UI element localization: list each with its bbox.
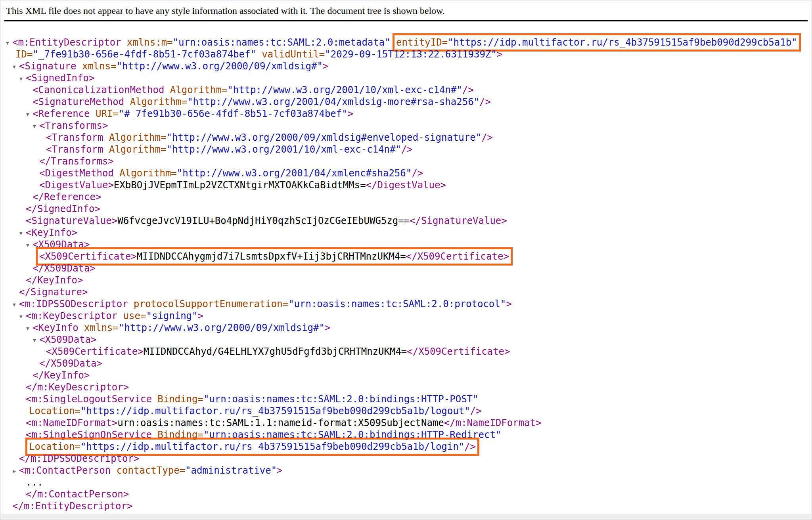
xml-token-tag: > (197, 310, 203, 321)
xml-token-txt: MIIDNDCCAhyd/G4ELHLYX7ghU5dFgfd3bjCRHTMn… (144, 346, 407, 357)
xml-line: </X509Data> (0, 262, 812, 274)
xml-token-att: protocolSupportEnumeration= (134, 298, 288, 310)
xml-token-att: entityID= (396, 37, 448, 48)
xml-token-tag: <Signature (19, 61, 82, 72)
xml-token-tag: </SignedInfo> (26, 203, 100, 214)
collapse-arrow-icon[interactable]: ▼ (33, 335, 39, 346)
xml-line: Location="https://idp.multifactor.ru/rs_… (0, 441, 812, 453)
xml-line: </m:KeyDescriptor> (0, 381, 812, 393)
xml-token-tag: <m:KeyDescriptor (26, 310, 123, 321)
xml-token-tag: <Transforms> (39, 120, 108, 131)
xml-token-val: "urn:oasis:names:tc:SAML:2.0:bindings:HT… (203, 429, 501, 440)
xml-token-val: "signing" (146, 310, 197, 321)
collapse-arrow-icon[interactable]: ▼ (19, 73, 26, 85)
xml-token-tag: <Reference (33, 108, 96, 119)
xml-token-tag: /> (481, 132, 493, 143)
xml-token-tag: </Transforms> (39, 156, 114, 167)
xml-line: <X509Certificate>MIIDNDCCAhygmjd7i7Lsmts… (0, 250, 812, 262)
xml-token-val: "urn:oasis:names:tc:SAML:2.0:protocol" (288, 298, 506, 310)
xml-line: ID="_7fe91b30-656e-4fdf-8b51-7cf03a874be… (0, 48, 812, 60)
collapse-arrow-icon[interactable]: ▼ (19, 228, 26, 239)
xml-token-tag: </X509Data> (39, 358, 102, 369)
collapse-arrow-icon[interactable]: ▼ (26, 323, 33, 335)
xml-token-val: "http://www.w3.org/2001/04/xmldsig-more#… (187, 96, 479, 107)
xml-token-val: "http://www.w3.org/2000/09/xmldsig#" (119, 322, 325, 333)
xml-token-tag: <KeyInfo (33, 322, 84, 333)
xml-line: ▼<Reference URI="#_7fe91b30-656e-4fdf-8b… (0, 108, 812, 120)
highlight-box: entityID="https://idp.multifactor.ru/rs_… (396, 37, 797, 48)
xml-token-att: Location= (29, 441, 80, 452)
xml-token-txt (256, 49, 262, 60)
xml-token-tag: <m:IDPSSODescriptor (19, 298, 134, 310)
xml-token-txt: EXbBOjJVEpmTImLp2VZCTXNtgirMXTOAKkCaBidt… (114, 180, 366, 191)
xml-token-tag: </X509Certificate> (406, 251, 509, 262)
xml-token-tag: /> (462, 84, 474, 96)
expand-arrow-icon[interactable]: ▶ (13, 465, 19, 477)
xml-line: </X509Data> (0, 358, 812, 369)
xml-token-att: Binding= (157, 394, 203, 405)
xml-token-tag: <Transform (46, 132, 109, 143)
xml-token-att: ID= (15, 49, 33, 60)
xml-token-att: xmlns= (82, 61, 117, 72)
xml-token-tag: <X509Data> (33, 239, 90, 250)
bottom-strip (0, 514, 812, 520)
xml-token-tag: <X509Certificate> (39, 251, 137, 262)
xml-line: ▼<Signature xmlns="http://www.w3.org/200… (0, 60, 812, 72)
xml-line: <SignatureMethod Algorithm="http://www.w… (0, 96, 812, 108)
highlight-box: <X509Certificate>MIIDNDCCAhygmjd7i7Lsmts… (39, 251, 509, 262)
xml-token-tag: </m:NameIDFormat> (444, 417, 542, 428)
xml-token-att: Algorithm= (170, 84, 228, 96)
xml-token-tag: <DigestMethod (39, 168, 119, 179)
collapse-arrow-icon[interactable]: ▼ (19, 311, 26, 323)
xml-line: <m:SingleSignOnService Binding="urn:oasi… (0, 429, 812, 441)
xml-token-tag: /> (470, 405, 482, 417)
no-style-info-message: This XML file does not appear to have an… (4, 0, 808, 21)
xml-token-val: "http://www.w3.org/2000/09/xmldsig#" (117, 61, 323, 72)
xml-token-tag: > (497, 49, 502, 60)
xml-viewer-page: This XML file does not appear to have an… (0, 0, 812, 520)
collapse-arrow-icon[interactable]: ▼ (26, 109, 33, 120)
xml-token-txt: W6fvcgeJvcV19ILU+Bo4pNdjHiY0qzhScIjOzCGe… (117, 215, 410, 226)
xml-line: ▼<Transforms> (0, 120, 812, 132)
xml-token-val: "http://www.w3.org/2001/04/xmlenc#sha256… (177, 168, 412, 179)
xml-token-tag: </m:IDPSSODescriptor> (19, 453, 139, 464)
collapse-arrow-icon[interactable]: ▼ (26, 239, 33, 251)
collapse-arrow-icon[interactable]: ▼ (13, 299, 19, 311)
xml-line: </KeyInfo> (0, 274, 812, 286)
xml-token-att: Algorithm= (119, 168, 177, 179)
xml-token-att: use= (123, 310, 146, 321)
xml-tree: ▼<m:EntityDescriptor xmlns:m="urn:oasis:… (0, 21, 812, 512)
xml-token-tag: <X509Certificate> (46, 346, 144, 357)
xml-token-val: "_7fe91b30-656e-4fdf-8b51-7cf03a874bef" (33, 49, 256, 60)
xml-token-att: validUntil= (262, 49, 325, 60)
xml-line: <Transform Algorithm="http://www.w3.org/… (0, 143, 812, 155)
xml-token-att: xmlns= (84, 322, 119, 333)
xml-token-tag: <m:EntityDescriptor (12, 37, 127, 48)
collapse-arrow-icon[interactable]: ▼ (6, 37, 12, 49)
xml-line: ▼<KeyInfo xmlns="http://www.w3.org/2000/… (0, 322, 812, 334)
xml-token-tag: <Transform (46, 144, 109, 155)
xml-token-val: "https://idp.multifactor.ru/rs_4b3759151… (80, 441, 464, 452)
xml-line: <DigestMethod Algorithm="http://www.w3.o… (0, 167, 812, 179)
xml-line: ▼<m:IDPSSODescriptor protocolSupportEnum… (0, 298, 812, 310)
xml-token-tag: > (506, 298, 511, 310)
xml-token-tag: <CanonicalizationMethod (33, 84, 170, 96)
xml-token-txt: urn:oasis:names:tc:SAML:1.1:nameid-forma… (117, 417, 444, 428)
xml-token-val: "urn:oasis:names:tc:SAML:2.0:metadata" (173, 37, 391, 48)
xml-token-val: "administrative" (185, 465, 277, 476)
xml-token-att: contactType= (117, 465, 185, 476)
xml-token-tag: </KeyInfo> (26, 275, 83, 286)
xml-line: ... (0, 476, 812, 488)
collapse-arrow-icon[interactable]: ▼ (33, 120, 39, 132)
xml-token-tag: </KeyInfo> (33, 370, 90, 381)
xml-token-tag: <DigestValue> (39, 180, 114, 191)
xml-token-tag: <SignatureMethod (33, 96, 130, 107)
xml-token-tag: > (325, 322, 330, 333)
xml-token-tag: /> (401, 144, 413, 155)
xml-token-tag: <KeyInfo> (26, 227, 77, 238)
collapse-arrow-icon[interactable]: ▼ (13, 61, 19, 73)
xml-token-tag: </m:EntityDescriptor> (12, 501, 132, 512)
xml-token-val: "#_7fe91b30-656e-4fdf-8b51-7cf03a874bef" (119, 108, 348, 119)
xml-token-tag: /> (412, 168, 423, 179)
xml-line: </KeyInfo> (0, 369, 812, 381)
